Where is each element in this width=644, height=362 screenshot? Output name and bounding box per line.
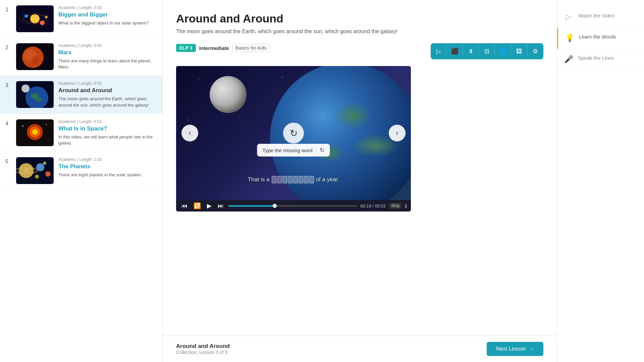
toolbar-pause[interactable]: ⏸ [463,43,479,59]
right-panel-watch[interactable]: ▷ Watch the Video [557,7,644,28]
lesson-info-2: Academic | Length: 0:44 Mars There are m… [58,43,157,70]
toolbar-globe[interactable]: 🌐 [495,43,511,59]
lesson-item-1[interactable]: 1 Academic | Length: 0:33 Bigger and Big… [0,0,162,38]
lesson-info-4: Academic | Length: 0:51 What Is in Space… [58,119,157,146]
lesson-meta-5: Academic | Length: 1:00 [58,157,157,162]
lesson-title-5: The Planets [58,163,157,170]
main-content: Around and Around The moon goes around t… [163,0,557,362]
skip-back-button[interactable]: ⏮ [180,202,189,209]
lesson-title-4: What Is in Space? [58,125,157,132]
bottom-bar: Around and Around Collection, Lesson 3 o… [163,336,557,362]
word-blank [272,176,314,183]
settings-button[interactable]: 🔁 [192,202,202,209]
skip-forward-button[interactable]: ⏭ [216,202,225,209]
quality-badge: 360p [389,203,401,209]
bottom-lesson-title: Around and Around [176,343,230,350]
lesson-item-4[interactable]: 4 Academic | Length: 0:51 What Is in Spa… [0,114,162,152]
svg-point-22 [49,139,50,140]
svg-point-10 [32,56,40,64]
subtitle-after: of a year. [316,176,339,183]
info-icon[interactable]: ℹ [405,203,407,209]
lesson-item-3[interactable]: 3 Academic | Length: 0:52 Around and Aro… [0,76,162,114]
tag-audience: Basics for Kids [232,44,270,52]
video-frame: ‹ › ↻ Type the missing word ↻ That is a [176,66,411,200]
lesson-title-2: Mars [58,49,157,56]
right-panel-learn[interactable]: 💡 Learn the Words [557,28,644,49]
lesson-info-1: Academic | Length: 0:33 Bigger and Bigge… [58,5,157,26]
svg-point-13 [31,93,39,99]
svg-point-21 [46,124,47,125]
svg-point-26 [23,168,29,173]
lesson-meta-2: Academic | Length: 0:44 [58,43,157,48]
next-arrow-icon: → [529,346,534,352]
toolbar-play[interactable]: ▷ [431,43,447,59]
svg-point-4 [24,14,28,18]
time-display: 00:19 / 00:52 [360,203,386,208]
lesson-number-3: 3 [5,81,11,88]
sidebar: 1 Academic | Length: 0:33 Bigger and Big… [0,0,163,362]
lesson-number-2: 2 [5,43,11,51]
video-controls: ⏮ 🔁 ▶ ⏭ 00:19 / 00:52 360p ℹ [176,200,411,212]
replay-button[interactable]: ↻ [283,123,304,143]
right-panel-icon-watch: ▷ [564,13,573,21]
progress-bar[interactable] [228,205,357,207]
lesson-meta-1: Academic | Length: 0:33 [58,5,157,10]
right-panel-label-watch: Watch the Video [578,13,614,18]
toolbar-image[interactable]: 🖼 [511,43,527,59]
right-panel-icon-learn: 💡 [565,34,574,43]
reset-icon[interactable]: ↻ [320,146,325,154]
toolbar-layout[interactable]: ⊟ [479,43,495,59]
lesson-item-2[interactable]: 2 Academic | Length: 0:44 Mars There are… [0,38,162,76]
right-panel-label-speak: Speak the Lines [578,55,614,61]
lesson-desc-1: What is the biggest object in our solar … [58,20,157,26]
lesson-number-1: 1 [5,5,11,13]
right-panel-icon-speak: 🎤 [564,55,573,64]
lesson-number-5: 5 [5,157,11,165]
right-panel-speak[interactable]: 🎤 Speak the Lines [557,49,644,70]
lesson-item-5[interactable]: 5 Academic | Length: 1:00 The Planets Th… [0,152,162,190]
svg-point-19 [32,129,38,135]
lesson-thumb-2 [16,43,54,70]
right-panel-label-learn: Learn the Words [579,34,616,40]
svg-point-14 [36,98,42,102]
next-lesson-button[interactable]: Next Lesson → [487,342,543,356]
toolbar-stop[interactable]: ⬛ [447,43,463,59]
svg-point-15 [21,84,30,93]
lesson-meta-3: Academic | Length: 0:52 [58,81,157,86]
lesson-thumb-4 [16,119,54,146]
lesson-desc-2: There are many things to learn about the… [58,58,157,70]
next-lesson-label: Next Lesson [496,346,526,352]
svg-point-30 [35,175,39,179]
lesson-thumb-1 [16,5,54,32]
svg-point-29 [43,162,46,165]
toolbar-settings[interactable]: ⚙ [527,43,543,59]
bottom-lesson-info: Around and Around Collection, Lesson 3 o… [176,343,230,355]
play-button[interactable]: ▶ [206,202,213,209]
lesson-number-4: 4 [5,119,11,127]
lesson-thumb-5 [16,157,54,184]
moon-visual [210,76,247,113]
lesson-thumb-3 [16,81,54,108]
svg-point-1 [30,14,40,23]
right-panel: ▷ Watch the Video 💡 Learn the Words 🎤 Sp… [557,0,644,362]
svg-point-6 [45,16,48,18]
svg-point-27 [36,163,44,171]
lesson-main-desc: The moon goes around the Earth, which go… [176,28,397,35]
subtitle-bar: That is a of a year. [176,176,411,183]
progress-fill [228,205,275,207]
lesson-desc-5: There are eight planets in the solar sys… [58,172,157,178]
lesson-info-3: Academic | Length: 0:52 Around and Aroun… [58,81,157,108]
svg-point-20 [22,125,23,127]
toolbar-icons: ▷ ⬛ ⏸ ⊟ 🌐 🖼 ⚙ [431,43,543,59]
lesson-main-title: Around and Around [176,12,397,25]
next-button[interactable]: › [389,125,406,141]
subtitle-before: That is a [248,176,269,183]
svg-point-28 [45,171,51,177]
bottom-lesson-meta: Collection, Lesson 3 of 5 [176,350,230,355]
lesson-info-5: Academic | Length: 1:00 The Planets Ther… [58,157,157,178]
video-container: ‹ › ↻ Type the missing word ↻ That is a [176,66,411,212]
progress-dot [273,204,277,208]
lesson-title-3: Around and Around [58,87,157,94]
prev-button[interactable]: ‹ [181,125,198,141]
lesson-desc-3: The moon goes around the Earth, which go… [58,96,157,108]
